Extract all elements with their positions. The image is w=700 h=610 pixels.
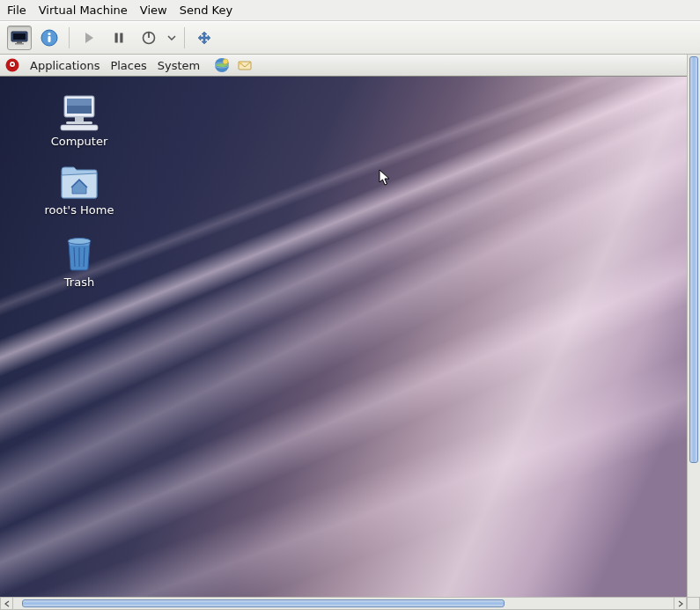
console-button[interactable]: [7, 26, 32, 50]
monitor-icon: [11, 31, 28, 45]
menu-file[interactable]: File: [7, 4, 26, 17]
power-icon: [142, 31, 156, 45]
svg-rect-23: [61, 125, 98, 130]
fullscreen-button[interactable]: [192, 26, 217, 50]
chevron-down-icon: [167, 35, 176, 40]
home-folder-icon: [59, 165, 99, 200]
desktop-icon-home[interactable]: root's Home: [37, 165, 122, 217]
svg-rect-21: [75, 117, 84, 121]
scrollbar-corner: [687, 597, 700, 610]
menu-send-key[interactable]: Send Key: [180, 4, 232, 17]
svg-rect-3: [15, 43, 24, 45]
svg-rect-2: [17, 41, 22, 43]
power-menu-dropdown[interactable]: [166, 35, 177, 40]
desktop-icon-computer[interactable]: Computer: [37, 94, 122, 148]
svg-point-24: [68, 239, 91, 245]
fullscreen-icon: [196, 30, 212, 46]
svg-point-13: [11, 63, 14, 66]
info-icon: [41, 29, 58, 47]
mouse-cursor-icon: [379, 169, 391, 187]
desktop-icon-label: root's Home: [45, 203, 114, 217]
toolbar-separator: [69, 27, 70, 48]
distro-logo-icon[interactable]: [5, 58, 19, 72]
trash-icon: [62, 235, 97, 272]
svg-rect-1: [13, 33, 26, 40]
browser-launcher-icon[interactable]: [214, 57, 230, 73]
svg-point-16: [223, 59, 228, 64]
host-toolbar: [0, 21, 700, 55]
svg-point-5: [48, 33, 50, 35]
toolbar-separator-2: [184, 27, 185, 48]
svg-rect-7: [115, 33, 118, 43]
play-icon: [83, 32, 95, 44]
menu-virtual-machine[interactable]: Virtual Machine: [39, 4, 128, 17]
menu-view[interactable]: View: [140, 4, 167, 17]
desktop-icon-label: Computer: [51, 135, 108, 148]
vm-viewport[interactable]: Applications Places System: [0, 55, 687, 597]
chevron-left-icon: [4, 600, 10, 607]
computer-icon: [59, 94, 99, 131]
panel-system[interactable]: System: [158, 59, 200, 72]
vertical-scrollbar[interactable]: [687, 55, 700, 597]
svg-rect-8: [120, 33, 122, 43]
desktop-icon-trash[interactable]: Trash: [37, 235, 122, 289]
svg-rect-6: [48, 36, 51, 42]
mail-launcher-icon[interactable]: [237, 57, 253, 73]
desktop-icon-label: Trash: [64, 276, 94, 289]
play-button[interactable]: [77, 26, 101, 50]
svg-rect-22: [66, 121, 92, 124]
hscroll-right-button[interactable]: [674, 597, 687, 610]
svg-rect-20: [67, 99, 92, 106]
panel-applications[interactable]: Applications: [30, 59, 99, 72]
vertical-scrollbar-thumb[interactable]: [689, 56, 698, 463]
power-button[interactable]: [136, 26, 161, 50]
pause-icon: [113, 32, 125, 44]
pause-button[interactable]: [107, 26, 131, 50]
horizontal-scrollbar-row: [0, 597, 700, 610]
horizontal-scrollbar[interactable]: [13, 597, 674, 610]
guest-desktop[interactable]: Computer root's Home: [0, 77, 687, 597]
horizontal-scrollbar-thumb[interactable]: [22, 599, 505, 607]
info-button[interactable]: [37, 26, 62, 50]
chevron-right-icon: [678, 600, 683, 607]
hscroll-left-button[interactable]: [0, 597, 13, 610]
host-menubar: File Virtual Machine View Send Key: [0, 0, 700, 21]
vm-viewport-area: Applications Places System: [0, 55, 700, 597]
guest-top-panel: Applications Places System: [0, 55, 687, 77]
panel-places[interactable]: Places: [110, 59, 146, 72]
